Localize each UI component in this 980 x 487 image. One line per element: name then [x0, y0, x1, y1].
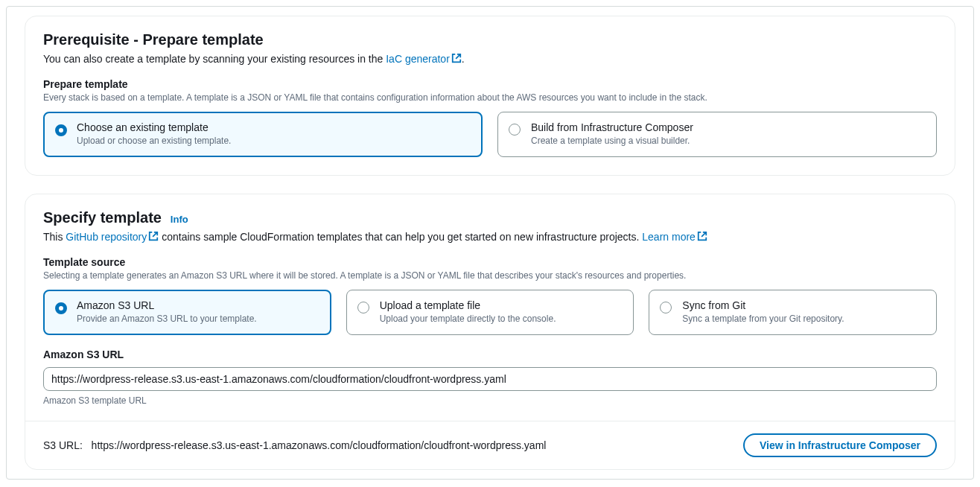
s3-url-input-label: Amazon S3 URL [43, 348, 937, 360]
specify-template-panel: Specify template Info This GitHub reposi… [25, 194, 955, 470]
option-desc: Upload your template directly to the con… [380, 313, 622, 324]
external-link-icon [451, 53, 462, 63]
option-title: Amazon S3 URL [77, 299, 319, 311]
template-source-options: Amazon S3 URL Provide an Amazon S3 URL t… [43, 290, 937, 335]
option-sync-from-git[interactable]: Sync from Git Sync a template from your … [649, 290, 937, 335]
radio-icon [55, 302, 67, 314]
s3-url-input-helper: Amazon S3 template URL [43, 395, 937, 406]
option-title: Choose an existing template [77, 121, 470, 133]
s3-url-display: S3 URL: https://wordpress-release.s3.us-… [43, 439, 546, 451]
option-desc: Provide an Amazon S3 URL to your templat… [77, 313, 319, 324]
external-link-icon [697, 231, 707, 241]
option-desc: Sync a template from your Git repository… [682, 313, 924, 324]
option-title: Upload a template file [380, 299, 622, 311]
subtitle-text-prefix: This [43, 231, 66, 243]
template-source-description: Selecting a template generates an Amazon… [43, 270, 937, 281]
specify-panel-footer: S3 URL: https://wordpress-release.s3.us-… [25, 421, 955, 469]
prepare-template-heading: Prepare template [43, 78, 937, 90]
specify-template-subtitle: This GitHub repository contains sample C… [43, 231, 937, 243]
iac-generator-link[interactable]: IaC generator [386, 53, 462, 65]
option-title: Sync from Git [682, 299, 924, 311]
specify-template-title: Specify template [43, 209, 162, 226]
view-in-composer-button[interactable]: View in Infrastructure Composer [743, 433, 937, 457]
radio-icon [660, 302, 672, 313]
info-link[interactable]: Info [171, 214, 188, 225]
option-build-from-composer[interactable]: Build from Infrastructure Composer Creat… [497, 112, 937, 157]
subtitle-text-mid: contains sample CloudFormation templates… [159, 231, 642, 243]
template-source-heading: Template source [43, 256, 937, 268]
option-title: Build from Infrastructure Composer [531, 121, 924, 133]
external-link-icon [148, 231, 159, 241]
radio-icon [509, 124, 521, 136]
option-desc: Create a template using a visual builder… [531, 136, 924, 146]
radio-icon [357, 302, 369, 313]
prepare-template-options: Choose an existing template Upload or ch… [43, 112, 937, 157]
option-choose-existing-template[interactable]: Choose an existing template Upload or ch… [43, 112, 483, 157]
s3-url-footer-label: S3 URL: [43, 439, 83, 451]
prerequisite-title: Prerequisite - Prepare template [43, 31, 264, 48]
subtitle-text-prefix: You can also create a template by scanni… [43, 53, 386, 65]
prepare-template-description: Every stack is based on a template. A te… [43, 92, 937, 103]
radio-icon [55, 124, 67, 136]
page-container: Prerequisite - Prepare template You can … [6, 6, 974, 480]
prerequisite-subtitle: You can also create a template by scanni… [43, 53, 937, 65]
option-upload-template-file[interactable]: Upload a template file Upload your templ… [346, 290, 634, 335]
github-repository-link[interactable]: GitHub repository [66, 231, 159, 243]
subtitle-text-suffix: . [462, 53, 465, 65]
option-desc: Upload or choose an existing template. [77, 136, 470, 146]
learn-more-link[interactable]: Learn more [642, 231, 707, 243]
s3-url-footer-value: https://wordpress-release.s3.us-east-1.a… [92, 439, 547, 451]
s3-url-input[interactable] [43, 367, 937, 391]
prerequisite-panel: Prerequisite - Prepare template You can … [25, 16, 955, 176]
option-amazon-s3-url[interactable]: Amazon S3 URL Provide an Amazon S3 URL t… [43, 290, 331, 335]
